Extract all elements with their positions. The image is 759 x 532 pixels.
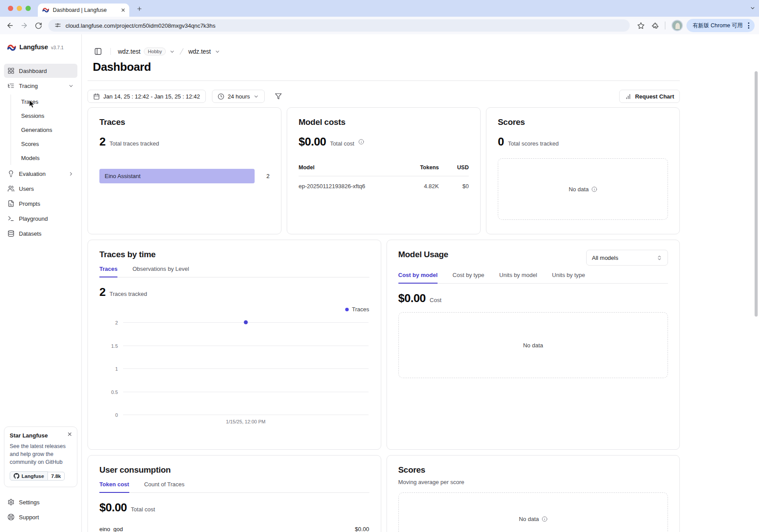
sidebar-item-playground[interactable]: Playground [4,211,77,226]
sidebar-item-settings[interactable]: Settings [4,495,77,509]
sidebar-item-support[interactable]: Support [4,510,77,524]
chrome-update-button[interactable]: 有新版 Chrome 可用 [686,19,755,32]
bar-chart-icon [625,93,631,100]
brand-name: Langfuse [19,43,48,51]
breadcrumb-divider [110,48,111,55]
tab-search-icon[interactable] [750,5,755,11]
zoom-window-button[interactable] [26,6,31,11]
user-cost: $0.00 [355,526,369,532]
traces-by-time-card: Traces by time Traces Observations by Le… [88,240,381,450]
sidebar-item-traces[interactable]: Traces [18,95,77,109]
langfuse-logo-icon [7,43,16,52]
legend-dot-icon [345,308,349,311]
no-data-box: No data [398,492,668,532]
tab-count-of-traces[interactable]: Count of Traces [144,481,185,492]
browser-tab[interactable]: Dashboard | Langfuse [38,4,129,17]
sidebar-item-evaluation[interactable]: Evaluation [4,167,77,181]
card-title: Scores [398,465,668,475]
sidebar-footer: Settings Support [4,495,77,525]
chevron-down-icon[interactable] [215,49,220,55]
sidebar-item-label: Prompts [19,200,74,207]
sidebar-item-label: Dashboard [19,68,74,74]
tab-cost-by-model[interactable]: Cost by model [398,272,438,283]
sidebar-item-label: Playground [19,215,74,222]
traces-tracked-label: Traces tracked [109,291,147,297]
tab-units-by-type[interactable]: Units by type [552,272,585,283]
sidebar-item-generations[interactable]: Generations [18,123,77,137]
model-select-value: All models [592,255,618,261]
star-langfuse-card: Star Langfuse See the latest releases an… [4,426,77,487]
brand[interactable]: Langfuse v3.7.1 [4,43,77,52]
chevron-down-icon[interactable] [169,49,175,55]
sidebar-item-label: Users [19,186,74,192]
url-bar[interactable]: cloud.langfuse.com/project/cm50idm0208mx… [48,19,630,32]
y-tick: 2 [115,320,118,325]
profile-avatar[interactable] [671,20,683,31]
github-repo-button[interactable]: Langfuse [10,471,48,481]
model-costs-label: Total cost [330,140,354,147]
model-usd: $0 [439,183,469,189]
browser-menu-icon[interactable] [745,22,752,29]
github-star-count: 7.8k [48,472,64,481]
user-consumption-tabs: Token cost Count of Traces [99,481,369,493]
sidebar-toggle-icon[interactable] [93,46,103,57]
model-costs-table: Model Tokens USD ep-20250112193826-xftq6… [299,164,469,189]
url-text[interactable]: cloud.langfuse.com/project/cm50idm0208mx… [66,22,215,29]
new-tab-button[interactable] [134,3,145,15]
user-row[interactable]: eino_god $0.00 [99,523,369,532]
close-window-button[interactable] [8,6,13,11]
tab-traces[interactable]: Traces [99,266,117,277]
brand-version: v3.7.1 [51,45,64,50]
no-data-box: No data [498,158,668,220]
y-tick: 0 [115,412,118,418]
back-icon[interactable] [4,19,17,32]
sidebar-item-scores[interactable]: Scores [18,137,77,151]
close-icon[interactable] [67,431,73,437]
table-row[interactable]: ep-20250112193826-xftq6 4.82K $0 [299,176,469,189]
site-settings-icon[interactable] [55,22,61,29]
sidebar-item-users[interactable]: Users [4,182,77,196]
sidebar-item-datasets[interactable]: Datasets [4,226,77,240]
no-data-label: No data [519,516,539,522]
y-tick: 1.5 [111,343,118,349]
scrollbar[interactable] [755,71,758,317]
tab-units-by-model[interactable]: Units by model [499,272,537,283]
window-controls[interactable] [0,0,38,17]
sidebar-item-sessions[interactable]: Sessions [18,109,77,123]
model-usage-cost-value: $0.00 [398,292,426,305]
card-title: Traces by time [99,250,369,259]
filter-bar: Jan 14, 25 : 12:42 - Jan 15, 25 : 12:42 … [88,90,680,103]
tab-token-cost[interactable]: Token cost [99,481,129,492]
database-icon [7,230,15,237]
org-name[interactable]: wdz.test [118,48,140,55]
date-range-picker[interactable]: Jan 14, 25 : 12:42 - Jan 15, 25 : 12:42 [88,90,206,103]
table-header-row: Model Tokens USD [299,164,469,176]
chrome-update-label: 有新版 Chrome 可用 [693,22,743,29]
chart-data-point[interactable] [244,321,248,324]
sidebar-item-tracing[interactable]: Tracing [4,79,77,93]
tab-close-icon[interactable] [120,7,126,13]
sidebar-item-label: Settings [19,499,74,506]
minimize-window-button[interactable] [17,6,22,11]
request-chart-button[interactable]: Request Chart [619,90,680,103]
model-usage-cost-label: Cost [430,297,442,303]
tab-cost-by-type[interactable]: Cost by type [452,272,484,283]
model-select[interactable]: All models [586,250,668,266]
reload-icon[interactable] [32,19,45,32]
traces-total-label: Total traces tracked [109,140,159,147]
project-name[interactable]: wdz.test [188,48,211,55]
sidebar-item-dashboard[interactable]: Dashboard [4,64,77,78]
sidebar-item-label: Tracing [19,83,64,89]
bookmark-star-icon[interactable] [634,19,647,32]
filter-funnel-icon[interactable] [271,90,286,103]
tab-observations-by-level[interactable]: Observations by Level [132,266,189,277]
forward-icon[interactable] [18,19,31,32]
time-preset-dropdown[interactable]: 24 hours [212,90,265,103]
card-title: Traces [99,117,270,127]
traces-bar[interactable]: Eino Assistant [99,169,255,183]
user-name: eino_god [99,526,123,532]
sidebar-item-prompts[interactable]: Prompts [4,197,77,211]
github-star-widget[interactable]: Langfuse 7.8k [10,471,72,481]
extensions-icon[interactable] [648,19,661,32]
sidebar-item-models[interactable]: Models [18,151,77,165]
